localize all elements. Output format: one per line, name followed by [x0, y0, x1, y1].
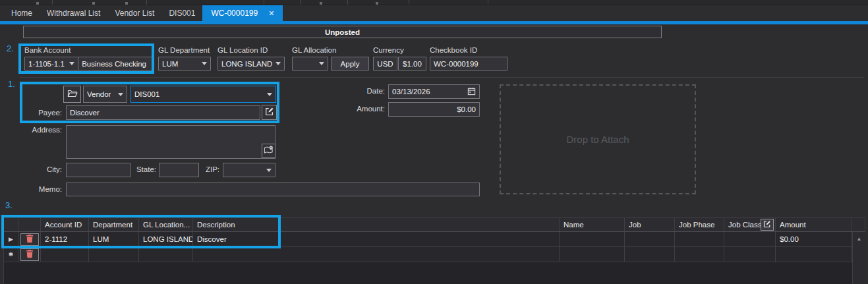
grid-new-row[interactable]: ✱ [4, 247, 865, 262]
gl-department-select[interactable]: LUM [158, 57, 211, 71]
bank-account-select[interactable]: 1-1105-1.1 Business Checking [24, 57, 152, 71]
payee-input[interactable]: Discover [66, 105, 260, 120]
cell-gl-location[interactable] [139, 247, 193, 262]
grid-scrollbar[interactable]: ▲ [852, 232, 865, 284]
payee-id-select[interactable]: DIS001 [130, 86, 276, 103]
section-divider [20, 77, 864, 78]
checkbook-id-field[interactable]: WC-0000199 [430, 57, 507, 71]
cell-amount[interactable] [776, 247, 852, 262]
col-job[interactable]: Job [625, 218, 675, 231]
delete-row-button[interactable] [20, 233, 39, 246]
address-textarea[interactable] [66, 125, 275, 159]
gl-location-select[interactable]: LONG ISLAND [217, 57, 285, 71]
col-gl-location[interactable]: GL Location... [139, 218, 193, 231]
folder-open-icon [67, 88, 78, 100]
cell-gl-location[interactable]: LONG ISLAND [139, 232, 193, 246]
gl-department-label: GL Department [158, 46, 210, 54]
cell-job-class[interactable] [724, 232, 776, 246]
row-current-indicator: ▶ [4, 232, 18, 246]
currency-code-field[interactable]: USD [373, 57, 397, 71]
annotation-step-1: 1. [8, 79, 15, 89]
cell-name[interactable] [560, 232, 625, 246]
cell-description[interactable]: Discover [193, 232, 560, 246]
chevron-down-icon [319, 62, 324, 65]
zip-select[interactable] [223, 163, 275, 177]
date-input[interactable]: 03/13/2026 [388, 84, 480, 99]
delete-row-button[interactable] [20, 248, 39, 261]
close-tab-icon[interactable]: ✕ [268, 10, 274, 17]
cell-job-class[interactable] [724, 247, 776, 262]
col-job-class[interactable]: Job Class [724, 218, 776, 231]
gl-location-label: GL Location ID [217, 46, 268, 54]
map-pin-icon [264, 145, 274, 157]
bank-account-value[interactable]: 1-1105-1.1 [25, 57, 78, 70]
edit-pencil-icon [265, 107, 274, 119]
checkbook-id-label: Checkbook ID [430, 46, 477, 54]
amount-label: Amount: [336, 105, 385, 113]
active-tab-accent [0, 21, 868, 24]
app-window: Home Withdrawal List Vendor List DIS001 … [0, 0, 868, 284]
zip-label: ZIP: [195, 165, 219, 173]
cell-account-id[interactable] [41, 247, 89, 262]
tab-bar: Home Withdrawal List Vendor List DIS001 … [0, 5, 868, 21]
grid-header-indicator [4, 218, 18, 231]
delete-row-cell[interactable] [18, 232, 41, 246]
col-amount[interactable]: Amount [776, 218, 852, 231]
scroll-up-icon[interactable]: ▲ [857, 236, 862, 284]
delete-row-cell[interactable] [18, 247, 41, 262]
gl-allocation-select[interactable] [292, 57, 328, 71]
grid-edit-columns-button[interactable] [761, 219, 774, 231]
tab-wc-0000199[interactable]: WC-0000199 ✕ [202, 5, 283, 21]
calendar-icon[interactable] [467, 87, 476, 97]
row-new-indicator: ✱ [4, 247, 18, 262]
edit-pencil-icon [763, 220, 771, 229]
col-department[interactable]: Department [89, 218, 139, 231]
city-label: City: [26, 165, 62, 173]
memo-input[interactable] [66, 183, 480, 196]
currency-rate-field[interactable]: $1.00 [398, 57, 426, 71]
tab-vendor-list[interactable]: Vendor List [107, 5, 161, 21]
status-banner: Unposted [23, 26, 662, 38]
bank-account-name: Business Checking [78, 57, 152, 70]
cell-department[interactable]: LUM [89, 232, 139, 246]
tab-withdrawal-list[interactable]: Withdrawal List [40, 5, 107, 21]
state-label: State: [125, 165, 156, 173]
col-account-id[interactable]: Account ID [41, 218, 89, 231]
date-label: Date: [343, 87, 385, 95]
cell-account-id[interactable]: 2-1112 [41, 232, 89, 246]
trash-icon [26, 249, 34, 260]
tab-home[interactable]: Home [4, 5, 40, 21]
lookup-folder-button[interactable] [63, 86, 81, 103]
trash-icon [26, 234, 34, 244]
grid-header-row: Account ID Department GL Location... Des… [4, 217, 865, 232]
drop-zone-text: Drop to Attach [566, 134, 629, 145]
edit-payee-button[interactable] [262, 105, 277, 120]
attachment-drop-zone[interactable]: Drop to Attach [500, 84, 696, 194]
col-name[interactable]: Name [560, 218, 625, 231]
cell-name[interactable] [560, 247, 625, 262]
cell-job-phase[interactable] [675, 232, 724, 246]
chevron-down-icon [266, 169, 272, 172]
grid-row-1[interactable]: ▶ 2-1112 LUM LONG ISLAND Discover $0.00 [4, 232, 865, 247]
tab-dis001[interactable]: DIS001 [161, 5, 202, 21]
apply-button[interactable]: Apply [331, 57, 369, 71]
col-description[interactable]: Description [193, 218, 560, 231]
state-input[interactable] [159, 163, 199, 177]
amount-input[interactable]: $0.00 [388, 102, 480, 117]
map-lookup-button[interactable] [262, 144, 275, 158]
cell-job-phase[interactable] [675, 247, 724, 262]
city-input[interactable] [66, 163, 130, 177]
cell-department[interactable] [89, 247, 139, 262]
chevron-down-icon [69, 62, 74, 65]
address-label: Address: [22, 126, 62, 134]
chevron-down-icon [275, 62, 281, 65]
col-job-phase[interactable]: Job Phase [675, 218, 724, 231]
cell-job[interactable] [625, 232, 675, 246]
cell-description[interactable] [193, 247, 560, 262]
bank-account-label: Bank Account [24, 46, 71, 54]
payee-label: Payee: [26, 109, 62, 117]
cell-job[interactable] [625, 247, 675, 262]
cell-amount[interactable]: $0.00 [776, 232, 852, 246]
distribution-grid: Account ID Department GL Location... Des… [3, 217, 865, 284]
payee-type-select[interactable]: Vendor [83, 86, 127, 103]
